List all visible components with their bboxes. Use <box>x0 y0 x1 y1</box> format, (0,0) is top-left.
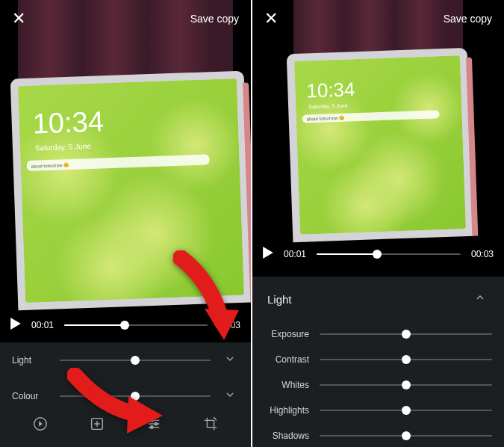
play-button[interactable] <box>263 247 273 262</box>
device-clock-date: Saturday, 5 June <box>35 142 91 152</box>
time-total: 00:03 <box>218 320 240 330</box>
colour-expand-chevron[interactable] <box>221 386 239 407</box>
contrast-label: Contrast <box>264 354 309 365</box>
light-collapse-chevron[interactable] <box>471 289 489 309</box>
highlights-label: Highlights <box>264 405 309 416</box>
device-clock-date: Saturday, 5 June <box>308 103 348 110</box>
screen-right: 10:34 Saturday, 5 June about tomorrow 😊 … <box>252 0 504 447</box>
highlights-slider[interactable] <box>320 410 492 411</box>
exposure-label: Exposure <box>264 329 309 339</box>
notification-banner: about tomorrow 😊 <box>302 110 440 123</box>
colour-label: Colour <box>12 391 49 401</box>
playback-bar: 00:01 00:03 <box>0 318 251 333</box>
shadows-label: Shadows <box>264 431 309 441</box>
time-total: 00:03 <box>471 249 494 259</box>
device-clock-time: 10:34 <box>306 78 355 102</box>
light-expand-chevron[interactable] <box>221 350 239 371</box>
video-preview: 10:34 Saturday, 5 June about tomorrow 😊 <box>18 0 233 299</box>
light-row: Light <box>0 342 251 378</box>
exposure-row: Exposure <box>252 321 504 347</box>
enhance-tab-icon[interactable] <box>89 416 105 435</box>
whites-label: Whites <box>264 380 309 390</box>
exposure-slider[interactable] <box>320 333 492 335</box>
seek-slider[interactable] <box>317 253 461 255</box>
light-section-title: Light <box>267 293 292 306</box>
time-current: 00:01 <box>284 249 306 259</box>
svg-point-4 <box>150 426 153 429</box>
time-current: 00:01 <box>31 320 54 330</box>
light-label: Light <box>12 355 49 366</box>
svg-point-3 <box>155 422 158 425</box>
shadows-row: Shadows <box>252 423 504 447</box>
save-copy-button[interactable]: Save copy <box>190 13 239 25</box>
whites-row: Whites <box>252 372 504 398</box>
contrast-row: Contrast <box>252 347 504 372</box>
video-tab-icon[interactable] <box>32 416 49 435</box>
close-button[interactable]: ✕ <box>264 9 278 28</box>
play-button[interactable] <box>10 318 21 333</box>
shadows-slider[interactable] <box>320 435 492 437</box>
colour-row: Colour <box>0 378 251 414</box>
contrast-slider[interactable] <box>320 359 492 360</box>
whites-slider[interactable] <box>320 384 492 386</box>
save-copy-button[interactable]: Save copy <box>444 13 492 25</box>
highlights-row: Highlights <box>252 398 504 423</box>
screen-left: 10:34 Saturday, 5 June about tomorrow 😊 … <box>0 0 251 447</box>
device-clock-time: 10:34 <box>32 105 105 140</box>
svg-point-2 <box>150 419 153 422</box>
crop-tab-icon[interactable] <box>202 416 219 435</box>
light-panel: Light Exposure Contrast Whites Highlight… <box>252 277 504 447</box>
bottom-nav <box>0 410 251 441</box>
close-button[interactable]: ✕ <box>12 9 25 28</box>
playback-bar: 00:01 00:03 <box>252 247 504 262</box>
seek-slider[interactable] <box>64 324 208 326</box>
notification-banner: about tomorrow 😊 <box>27 154 210 171</box>
light-slider[interactable] <box>60 360 211 361</box>
adjust-tab-icon[interactable] <box>146 416 162 435</box>
adjust-panel: Light Colour <box>0 342 251 447</box>
colour-slider[interactable] <box>60 395 211 397</box>
